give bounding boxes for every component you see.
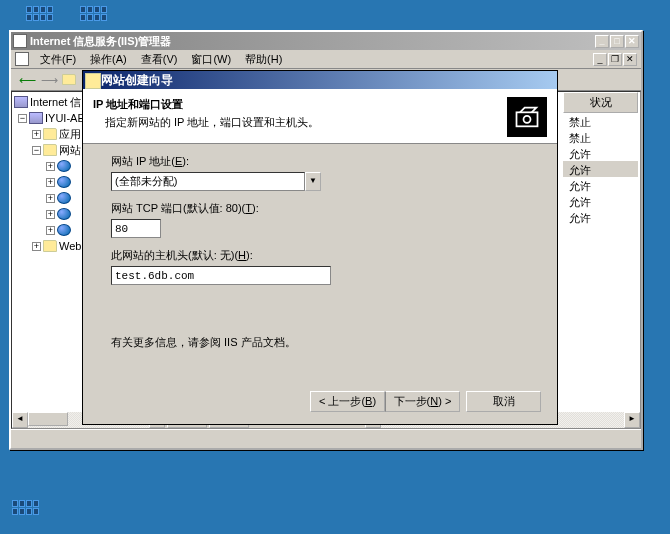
expander[interactable]: + (32, 242, 41, 251)
menu-help[interactable]: 帮助(H) (239, 51, 288, 68)
up-icon[interactable] (62, 74, 76, 85)
globe-icon (57, 224, 71, 236)
cancel-button[interactable]: 取消 (466, 391, 541, 412)
menu-file[interactable]: 文件(F) (34, 51, 82, 68)
list-view[interactable]: 状况 禁止 禁止 允许 允许 允许 允许 允许 (563, 92, 638, 225)
back-button[interactable] (15, 71, 35, 89)
next-button[interactable]: 下一步(N) > (385, 391, 460, 412)
main-titlebar[interactable]: Internet 信息服务(IIS)管理器 _ □ ✕ (11, 32, 641, 50)
expander[interactable]: + (46, 162, 55, 171)
menu-window[interactable]: 窗口(W) (185, 51, 237, 68)
scroll-right2[interactable]: ► (624, 412, 640, 428)
ip-input[interactable] (111, 172, 305, 191)
list-cell[interactable]: 禁止 (563, 129, 638, 145)
host-input[interactable] (111, 266, 331, 285)
ip-label: 网站 IP 地址(E): (111, 154, 529, 169)
wizard-title[interactable]: 网站创建向导 (83, 71, 557, 89)
list-cell[interactable]: 允许 (563, 177, 638, 193)
list-cell[interactable]: 允许 (563, 193, 638, 209)
list-cell[interactable]: 允许 (563, 209, 638, 225)
scroll-left[interactable]: ◄ (12, 412, 28, 428)
server-icon (29, 112, 43, 124)
folder-icon (43, 240, 57, 252)
list-cell-selected[interactable]: 允许 (563, 161, 638, 177)
expander[interactable]: + (46, 226, 55, 235)
mdi-minimize[interactable]: _ (593, 53, 607, 66)
wizard-header: IP 地址和端口设置 指定新网站的 IP 地址，端口设置和主机头。 (83, 89, 557, 144)
menu-view[interactable]: 查看(V) (135, 51, 184, 68)
list-cell[interactable]: 禁止 (563, 113, 638, 129)
wizard-buttons: < 上一步(B) 下一步(N) > 取消 (310, 391, 541, 412)
wizard-body: 网站 IP 地址(E): ▼ 网站 TCP 端口(默认值: 80)(T): 此网… (83, 144, 557, 360)
svg-point-1 (524, 116, 531, 123)
globe-icon (57, 192, 71, 204)
port-label: 网站 TCP 端口(默认值: 80)(T): (111, 201, 529, 216)
host-label: 此网站的主机头(默认: 无)(H): (111, 248, 529, 263)
globe-icon (57, 176, 71, 188)
mdi-close[interactable]: ✕ (623, 53, 637, 66)
wizard-icon (507, 97, 547, 137)
status-bar (11, 429, 641, 448)
maximize-button[interactable]: □ (610, 35, 624, 48)
expander[interactable]: + (46, 178, 55, 187)
minimize-button[interactable]: _ (595, 35, 609, 48)
list-cell[interactable]: 允许 (563, 145, 638, 161)
scroll-thumb[interactable] (28, 412, 68, 426)
wizard-subheading: 指定新网站的 IP 地址，端口设置和主机头。 (93, 115, 507, 130)
expander[interactable]: + (46, 194, 55, 203)
app-icon (13, 34, 27, 48)
col-status-header[interactable]: 状况 (563, 92, 638, 113)
expander[interactable]: − (32, 146, 41, 155)
svg-rect-0 (517, 112, 538, 126)
site-wizard-dialog: 网站创建向导 IP 地址和端口设置 指定新网站的 IP 地址，端口设置和主机头。… (82, 70, 558, 425)
combo-dropdown-button[interactable]: ▼ (305, 172, 321, 191)
close-button[interactable]: ✕ (625, 35, 639, 48)
menu-action[interactable]: 操作(A) (84, 51, 133, 68)
expander[interactable]: − (18, 114, 27, 123)
wizard-heading: IP 地址和端口设置 (93, 97, 507, 112)
globe-icon (57, 160, 71, 172)
globe-icon (57, 208, 71, 220)
wizard-info: 有关更多信息，请参阅 IIS 产品文档。 (111, 335, 529, 350)
main-menu: 文件(F) 操作(A) 查看(V) 窗口(W) 帮助(H) _ ❐ ✕ (11, 50, 641, 69)
expander[interactable]: + (32, 130, 41, 139)
port-input[interactable] (111, 219, 161, 238)
expander[interactable]: + (46, 210, 55, 219)
folder-icon (43, 128, 57, 140)
folder-icon (43, 144, 57, 156)
forward-button (37, 71, 57, 89)
menu-icon (15, 52, 29, 66)
back-button[interactable]: < 上一步(B) (310, 391, 385, 412)
main-title: Internet 信息服务(IIS)管理器 (30, 34, 595, 49)
computer-icon (14, 96, 28, 108)
ip-combo[interactable]: ▼ (111, 172, 321, 191)
mdi-restore[interactable]: ❐ (608, 53, 622, 66)
